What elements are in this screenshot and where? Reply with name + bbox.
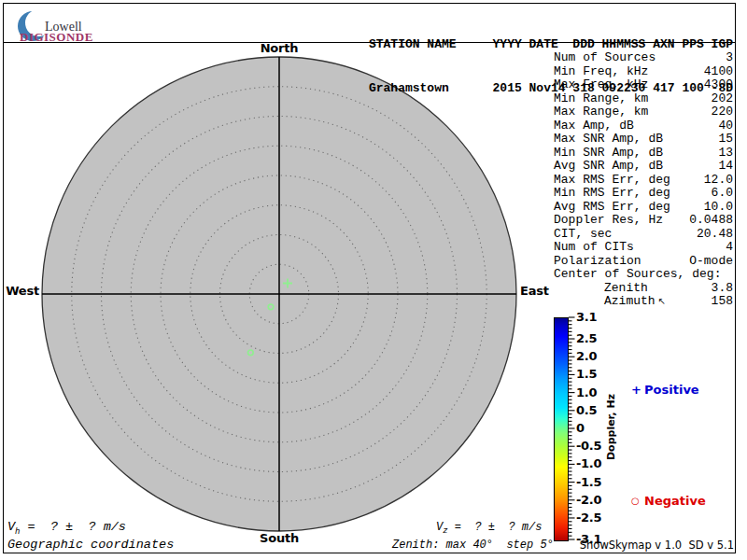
colorbar-tick-label: -0.5: [576, 439, 601, 453]
param-label: Min Freq, kHz: [554, 65, 648, 79]
param-value: 4100: [704, 65, 733, 79]
plus-marker-icon: +: [631, 383, 644, 397]
param-label: Min Range, km: [554, 92, 648, 106]
param-row: Max Freq, kHz4300: [554, 78, 733, 92]
param-value: 202: [712, 92, 733, 106]
version-label: ShowSkymap v 1.0 SD v 5.1: [580, 539, 734, 552]
colorbar-tick-label: 1.5: [576, 367, 597, 381]
param-row: Max Amp, dB40: [554, 119, 733, 133]
station-columns-row: STATION NAME YYYY DATE DDD HHMMSS AXN PP…: [369, 37, 733, 52]
compass-label-north: North: [233, 41, 326, 55]
param-value: 3: [726, 51, 733, 65]
circle-marker-icon: ○: [631, 496, 644, 506]
param-row: Max RMS Err, deg12.0: [554, 174, 733, 188]
param-label: Max SNR Amp, dB: [554, 133, 663, 147]
param-label: Avg RMS Err, deg: [554, 201, 670, 215]
colorbar-tick-label: -1.0: [576, 456, 601, 470]
param-value: 0.0488: [689, 214, 733, 228]
parameter-panel: Num of Sources3Min Freq, kHz4100Max Freq…: [554, 51, 733, 309]
param-label: Min SNR Amp, dB: [554, 147, 663, 161]
param-label: Center of Sources, deg:: [554, 268, 721, 282]
colorbar-tick-label: 2.5: [576, 331, 597, 345]
colorbar-tick-label: -2.5: [576, 511, 601, 525]
param-row: Avg SNR Amp, dB14: [554, 160, 733, 174]
vz-velocity-readout: Vz = ? ± ? m/s: [436, 521, 542, 536]
compass-label-south: South: [233, 531, 326, 545]
param-row: Num of CITs4: [554, 241, 733, 255]
param-row: Num of Sources3: [554, 51, 733, 65]
param-value: 3.8: [712, 282, 733, 296]
param-label: Num of CITs: [554, 241, 634, 255]
zenith-range-note: Zenith: max 40° step 5°: [392, 539, 554, 552]
param-value: 12.0: [704, 174, 733, 188]
param-value: 4: [726, 241, 733, 255]
param-row: Max SNR Amp, dB15: [554, 133, 733, 147]
param-label: Doppler Res, Hz: [554, 214, 663, 228]
param-label: Min RMS Err, deg: [554, 187, 670, 201]
colorbar-tick-label: -2.0: [576, 493, 601, 507]
param-row: Azimuth ↖158: [554, 295, 733, 309]
param-value: 6.0: [712, 187, 733, 201]
doppler-axis-title: Doppler, Hz: [605, 385, 617, 469]
param-label: Num of Sources: [554, 51, 655, 65]
param-value: 158: [712, 295, 733, 309]
azimuth-direction-icon: ↖: [655, 296, 667, 306]
param-label: Polarization: [554, 255, 641, 269]
param-value: 40: [718, 119, 733, 133]
param-row: Min Freq, kHz4100: [554, 65, 733, 79]
legend-positive: +Positive: [623, 369, 699, 397]
param-row: Center of Sources, deg:: [554, 268, 733, 282]
param-value: 15: [718, 133, 733, 147]
compass-label-east: East: [520, 284, 549, 298]
header-bar: Lowell DIGISONDE STATION NAME YYYY DATE …: [4, 4, 735, 43]
param-label: Max RMS Err, deg: [554, 174, 670, 188]
param-label: Azimuth ↖: [604, 295, 666, 309]
param-label: CIT, sec: [554, 228, 612, 242]
param-value: 14: [718, 160, 733, 174]
param-row: Min SNR Amp, dB13: [554, 147, 733, 161]
param-value: 4300: [704, 78, 733, 92]
param-row: CIT, sec20.48: [554, 228, 733, 242]
legend-negative-label: Negative: [644, 494, 706, 508]
param-row: Doppler Res, Hz0.0488: [554, 214, 733, 228]
param-row: Zenith3.8: [554, 282, 733, 296]
param-row: Avg RMS Err, deg10.0: [554, 201, 733, 215]
colorbar-tick-label: -1.5: [576, 475, 601, 489]
param-row: Min RMS Err, deg6.0: [554, 187, 733, 201]
param-row: PolarizationO-mode: [554, 255, 733, 269]
param-value: 20.48: [697, 228, 733, 242]
geographic-coordinates-label: Geographic coordinates: [7, 538, 174, 552]
param-value: 220: [712, 105, 733, 119]
colorbar-tick-label: 1.0: [576, 385, 597, 399]
colorbar-tick-label: 0.5: [576, 403, 597, 417]
param-value: 10.0: [704, 201, 733, 215]
param-label: Max Range, km: [554, 105, 648, 119]
param-value: O-mode: [689, 255, 733, 269]
vh-velocity-readout: Vh = ? ± ? m/s: [7, 520, 126, 537]
compass-label-west: West: [0, 284, 39, 298]
legend-positive-label: Positive: [644, 383, 699, 397]
param-row: Min Range, km202: [554, 92, 733, 106]
param-label: Zenith: [604, 282, 648, 296]
param-label: Max Amp, dB: [554, 119, 634, 133]
colorbar-tick-label: 3.1: [576, 310, 597, 324]
colorbar-tick-label: 0: [576, 421, 585, 435]
param-row: Max Range, km220: [554, 105, 733, 119]
doppler-colorbar: [554, 317, 569, 541]
logo-digisonde-text: DIGISONDE: [20, 30, 93, 45]
param-value: 13: [718, 147, 733, 161]
param-label: Avg SNR Amp, dB: [554, 160, 663, 174]
legend-negative: ○Negative: [623, 480, 706, 508]
param-label: Max Freq, kHz: [554, 78, 648, 92]
colorbar-tick-label: 2.0: [576, 349, 597, 363]
